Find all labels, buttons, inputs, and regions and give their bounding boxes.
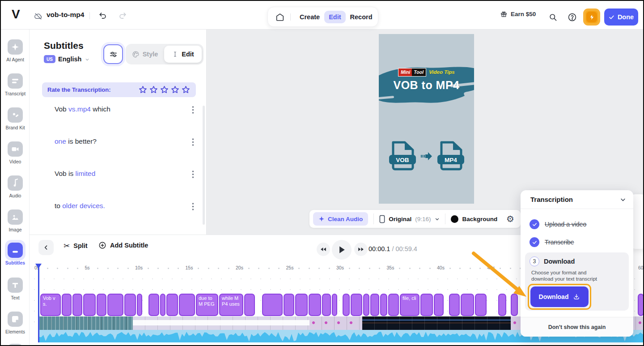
aspect-ratio-selector[interactable]: Original (9:16): [379, 215, 439, 223]
playhead-line[interactable]: [38, 264, 39, 342]
star-icon[interactable]: [149, 85, 158, 94]
help-icon[interactable]: [568, 13, 577, 22]
tab-style[interactable]: Style: [126, 51, 164, 58]
sidebar-item-subtitles[interactable]: Subtitles: [1, 243, 30, 265]
timeline-subtitle-segment[interactable]: [166, 294, 178, 316]
star-icon[interactable]: [138, 85, 148, 94]
video-preview[interactable]: Mini Tool Video Tips VOB to MP4 VOB: [379, 34, 474, 204]
timeline-subtitle-segment[interactable]: while MP4 uses: [219, 294, 243, 316]
timeline-subtitle-segment[interactable]: [124, 294, 136, 316]
clean-audio-button[interactable]: Clean Audio: [313, 212, 368, 226]
star-icon[interactable]: [160, 85, 169, 94]
timeline-subtitle-segment[interactable]: [179, 294, 195, 316]
timeline-subtitle-segment[interactable]: [148, 294, 159, 316]
sidebar-item-video[interactable]: Video: [1, 141, 30, 164]
timeline-subtitle-segment[interactable]: [97, 294, 106, 316]
subtitle-row[interactable]: Vob vs.mp4 which: [55, 105, 196, 115]
timeline-subtitle-segment[interactable]: [388, 294, 399, 316]
gear-icon[interactable]: ⚙: [506, 214, 514, 224]
sidebar-item-brand-kit[interactable]: Brand Kit: [1, 107, 30, 130]
timeline-subtitle-segment[interactable]: [137, 294, 142, 316]
timeline-subtitle-segment[interactable]: [295, 294, 308, 316]
collapse-timeline-button[interactable]: [38, 240, 54, 255]
subtitle-settings-button[interactable]: [103, 44, 123, 64]
search-icon[interactable]: [549, 13, 557, 21]
timeline-subtitle-segment[interactable]: [343, 294, 350, 316]
tab-edit-subtitles[interactable]: Edit: [164, 46, 202, 63]
sidebar-item-elements[interactable]: Elements: [1, 312, 30, 334]
ruler-tick-dot: [399, 268, 400, 269]
download-button[interactable]: Download: [530, 286, 589, 307]
chevron-down-icon[interactable]: [620, 196, 626, 203]
ruler-tick-dot: [97, 268, 98, 269]
timeline-subtitle-segment[interactable]: [498, 294, 506, 316]
timeline-subtitle-segment[interactable]: [461, 294, 474, 316]
timeline-subtitle-segment[interactable]: [107, 294, 123, 316]
subtitle-row[interactable]: one is better?: [55, 137, 196, 147]
ruler-tick-label: 5s: [85, 265, 90, 270]
timeline-subtitle-segment[interactable]: [370, 294, 379, 316]
timeline-subtitle-segment[interactable]: [380, 294, 387, 316]
timeline-subtitle-segment[interactable]: [332, 294, 337, 316]
timeline-subtitle-segment[interactable]: [475, 294, 487, 316]
earn-button[interactable]: Earn $50: [500, 10, 536, 18]
star-icon[interactable]: [181, 85, 191, 94]
tab-create[interactable]: Create: [295, 11, 324, 23]
upgrade-button[interactable]: [583, 9, 600, 26]
download-step-card: 3 Download Choose your format and downlo…: [525, 252, 629, 311]
fast-forward-button[interactable]: [354, 243, 368, 256]
kebab-menu-icon[interactable]: [190, 105, 196, 115]
app-root: V vob-to-mp4 Create Edit: [0, 0, 644, 346]
split-button[interactable]: ✂ Split: [64, 241, 88, 250]
kebab-menu-icon[interactable]: [190, 137, 196, 147]
redo-icon[interactable]: [118, 11, 127, 20]
done-button[interactable]: Done: [604, 9, 638, 26]
rewind-button[interactable]: [317, 243, 330, 256]
timeline-subtitle-segment[interactable]: [434, 294, 444, 316]
sidebar-item-text[interactable]: Text: [1, 278, 30, 300]
language-selector[interactable]: English: [58, 56, 81, 63]
timeline-subtitle-segment[interactable]: [244, 294, 255, 316]
app-logo[interactable]: V: [12, 7, 20, 21]
timeline-subtitle-segment[interactable]: [309, 294, 321, 316]
dont-show-again-button[interactable]: Don't show this again: [521, 317, 633, 337]
kebab-menu-icon[interactable]: [190, 169, 196, 179]
timeline-subtitle-segment[interactable]: file, cli: [400, 294, 419, 316]
tab-edit[interactable]: Edit: [324, 11, 345, 23]
scrollbar-thumb[interactable]: [203, 106, 205, 225]
timeline-subtitle-segment[interactable]: [363, 294, 369, 316]
background-selector[interactable]: Background: [451, 215, 498, 223]
tab-record[interactable]: Record: [346, 11, 377, 23]
timeline-subtitle-segment[interactable]: Vob vs.: [40, 294, 61, 316]
timeline-subtitle-segment[interactable]: [160, 294, 165, 316]
subtitle-row[interactable]: to older devices.: [55, 201, 196, 212]
add-subtitle-button[interactable]: Add Subtitle: [98, 241, 148, 249]
timeline-subtitle-segment[interactable]: due to M PEG: [196, 294, 218, 316]
timeline-subtitle-segment[interactable]: [638, 294, 644, 316]
sidebar-item-more[interactable]: [1, 344, 30, 346]
play-button[interactable]: [332, 240, 352, 260]
undo-icon[interactable]: [98, 11, 107, 20]
sidebar-item-audio[interactable]: Audio: [1, 175, 30, 198]
timeline-subtitle-segment[interactable]: [449, 294, 460, 316]
sidebar-item-transcript[interactable]: Transcript: [1, 73, 30, 96]
image-icon: [8, 209, 23, 225]
ruler-tick-dot: [298, 268, 300, 269]
sidebar-item-ai-agent[interactable]: AI Agent: [1, 39, 30, 62]
timeline-subtitle-segment[interactable]: [262, 294, 283, 316]
kebab-menu-icon[interactable]: [190, 201, 196, 212]
timeline-subtitle-segment[interactable]: [62, 294, 72, 316]
timeline-subtitle-segment[interactable]: [351, 294, 362, 316]
timeline-subtitle-segment[interactable]: [83, 294, 96, 316]
timeline-subtitle-segment[interactable]: [322, 294, 331, 316]
timeline-subtitle-segment[interactable]: [284, 294, 294, 316]
sidebar-item-image[interactable]: Image: [1, 209, 30, 232]
subtitle-row[interactable]: Vob is limited: [55, 169, 196, 179]
timeline-subtitle-segment[interactable]: [72, 294, 82, 316]
timeline-subtitle-segment[interactable]: [420, 294, 433, 316]
project-title[interactable]: vob-to-mp4: [47, 11, 84, 19]
ruler-tick-dot: [127, 268, 129, 269]
timeline-subtitle-segment[interactable]: [511, 294, 518, 316]
star-icon[interactable]: [170, 85, 180, 94]
home-icon[interactable]: [273, 10, 287, 24]
